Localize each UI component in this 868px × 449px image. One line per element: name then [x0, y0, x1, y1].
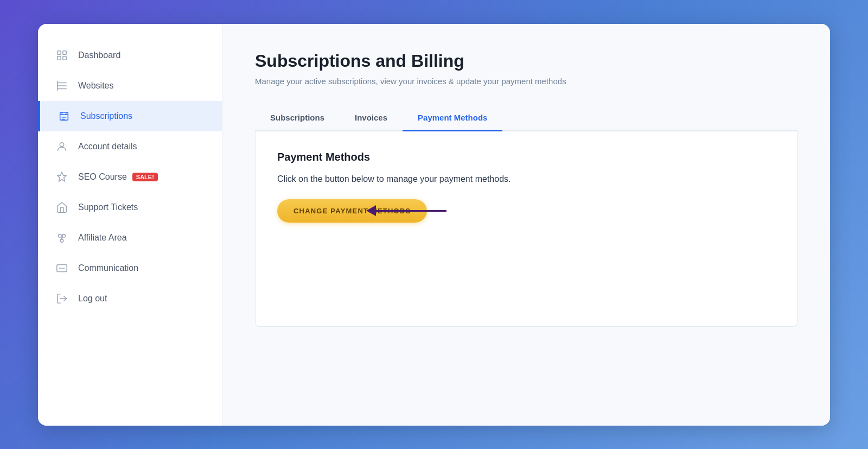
sidebar-item-communication[interactable]: Communication — [38, 253, 222, 283]
websites-icon — [54, 78, 69, 93]
sidebar-item-dashboard[interactable]: Dashboard — [38, 40, 222, 71]
tab-payment-methods[interactable]: Payment Methods — [403, 105, 502, 131]
tabs-bar: Subscriptions Invoices Payment Methods — [255, 105, 797, 131]
main-content: Subscriptions and Billing Manage your ac… — [222, 24, 830, 426]
sidebar-item-label: Websites — [78, 81, 114, 91]
svg-rect-1 — [63, 50, 66, 54]
svg-rect-2 — [58, 56, 61, 59]
sidebar-item-seo-course[interactable]: SEO Course SALE! — [38, 162, 222, 192]
sidebar-item-label: Dashboard — [78, 50, 120, 60]
logout-icon — [54, 291, 69, 306]
sidebar-item-subscriptions[interactable]: Subscriptions — [38, 101, 222, 131]
arrow-head — [366, 205, 376, 216]
svg-point-14 — [60, 142, 63, 146]
page-subtitle: Manage your active subscriptions, view y… — [255, 77, 797, 86]
svg-line-19 — [62, 237, 62, 239]
dashboard-icon — [54, 48, 69, 63]
content-panel: Payment Methods Click on the button belo… — [255, 131, 797, 327]
communication-icon — [54, 261, 69, 276]
tab-invoices[interactable]: Invoices — [340, 105, 403, 131]
svg-rect-3 — [63, 56, 66, 59]
svg-point-17 — [60, 239, 63, 242]
support-tickets-icon — [54, 200, 69, 215]
account-icon — [54, 139, 69, 154]
sidebar-item-label: Log out — [78, 294, 107, 303]
sidebar: Dashboard Websites — [38, 24, 222, 426]
page-title: Subscriptions and Billing — [255, 51, 797, 71]
sidebar-item-websites[interactable]: Websites — [38, 71, 222, 101]
sidebar-item-label: Support Tickets — [78, 203, 138, 212]
panel-title: Payment Methods — [277, 151, 775, 163]
subscriptions-icon — [56, 109, 72, 124]
svg-rect-0 — [58, 50, 61, 54]
sidebar-item-label: SEO Course — [78, 172, 127, 182]
sidebar-item-label: Communication — [78, 263, 138, 273]
button-annotation-row: CHANGE PAYMENT METHODS — [277, 199, 775, 223]
sidebar-item-label: Affiliate Area — [78, 233, 127, 243]
main-card: Dashboard Websites — [38, 24, 830, 426]
sidebar-item-label: Subscriptions — [80, 111, 132, 121]
affiliate-icon — [54, 230, 69, 245]
arrow-annotation — [437, 205, 446, 216]
sidebar-item-log-out[interactable]: Log out — [38, 283, 222, 314]
panel-description: Click on the button below to manage your… — [277, 174, 775, 184]
tab-subscriptions[interactable]: Subscriptions — [255, 105, 340, 131]
sidebar-item-account-details[interactable]: Account details — [38, 131, 222, 162]
seo-course-icon — [54, 169, 69, 185]
sidebar-item-label: Account details — [78, 142, 137, 151]
sidebar-item-support-tickets[interactable]: Support Tickets — [38, 192, 222, 223]
arrow-line — [376, 210, 446, 212]
sale-badge: SALE! — [132, 173, 158, 181]
sidebar-item-affiliate-area[interactable]: Affiliate Area — [38, 223, 222, 253]
